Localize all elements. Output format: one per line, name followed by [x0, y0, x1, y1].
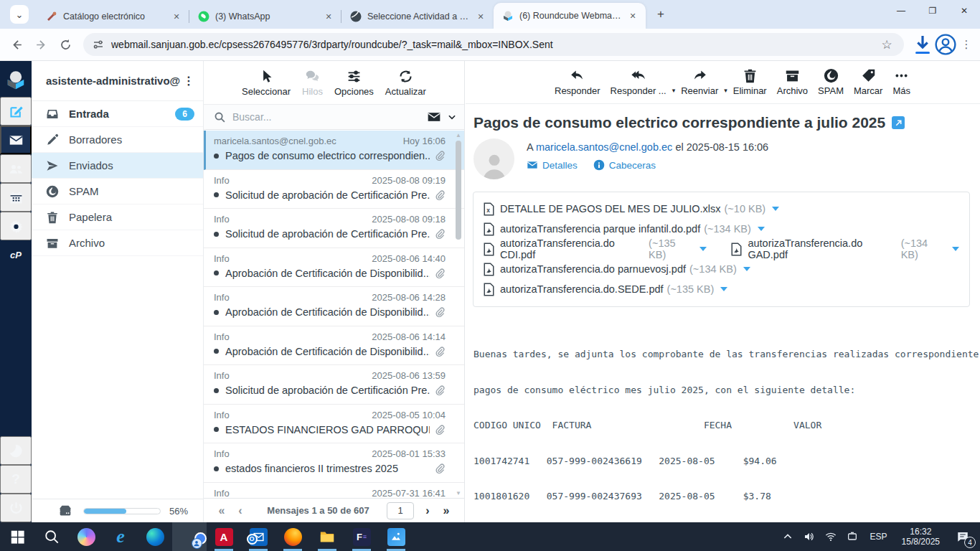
- next-page-button[interactable]: ›: [418, 504, 437, 517]
- message-row[interactable]: Info2025-08-06 13:59 Solicitud de aproba…: [204, 365, 464, 405]
- search-input[interactable]: [232, 111, 427, 123]
- attachment-menu-caret-icon[interactable]: [720, 287, 727, 291]
- cpanel-logo-icon[interactable]: cP: [0, 240, 32, 269]
- f-app-icon[interactable]: F≡: [344, 522, 379, 551]
- mark-button[interactable]: Marcar: [849, 67, 887, 98]
- select-button[interactable]: Seleccionar: [237, 67, 295, 98]
- refresh-icon[interactable]: [53, 32, 77, 57]
- attachment-menu-caret-icon[interactable]: [758, 227, 765, 231]
- list-scrollbar[interactable]: ▲ ▼: [455, 132, 462, 496]
- threads-button[interactable]: Hilos: [298, 67, 327, 98]
- calendar-icon[interactable]: [0, 183, 32, 212]
- archive-button[interactable]: Archivo: [773, 67, 812, 98]
- logout-power-icon[interactable]: [0, 494, 32, 522]
- page-number-input[interactable]: [387, 502, 414, 519]
- folder-archivo[interactable]: Archivo: [32, 230, 203, 256]
- message-row[interactable]: Info2025-08-05 10:04 ESTADOS FINANCIEROS…: [204, 405, 464, 444]
- outlook-icon[interactable]: O: [241, 522, 275, 551]
- account-menu-icon[interactable]: ⋮: [180, 74, 197, 88]
- tab-close-icon[interactable]: ✕: [627, 10, 639, 22]
- tab-whatsapp[interactable]: (3) WhatsApp ✕: [189, 4, 341, 29]
- folder-enviados[interactable]: Enviados: [32, 153, 203, 179]
- compose-icon[interactable]: [0, 97, 32, 126]
- attachment-menu-caret-icon[interactable]: [772, 207, 779, 211]
- attachment-item[interactable]: autorizaTransferencia.do GAD.pdf (~134 K…: [731, 237, 959, 260]
- help-icon[interactable]: ?: [0, 465, 32, 494]
- reply-all-caret-icon[interactable]: ▾: [672, 87, 676, 94]
- forward-button[interactable]: Reenviar: [677, 67, 722, 98]
- site-info-icon[interactable]: [92, 38, 105, 51]
- forward-caret-icon[interactable]: ▾: [724, 87, 727, 94]
- message-row[interactable]: Info2025-08-06 14:14 Aprobación de Certi…: [204, 326, 464, 366]
- taskbar-search-icon[interactable]: [34, 522, 69, 551]
- message-row[interactable]: Info2025-08-08 09:18 Solicitud de aproba…: [204, 209, 464, 248]
- open-in-new-window-icon[interactable]: [892, 116, 905, 129]
- attachment-item[interactable]: x DETALLE DE PAGOS DEL MES DE JULIO.xlsx…: [484, 202, 779, 216]
- acrobat-icon[interactable]: A: [207, 522, 241, 551]
- folder-borradores[interactable]: Borradores: [32, 127, 203, 153]
- copilot-icon[interactable]: [69, 522, 103, 551]
- tablet-mode-icon[interactable]: [843, 522, 862, 551]
- folder-spam[interactable]: SPAM: [32, 179, 203, 204]
- contacts-icon[interactable]: [0, 154, 32, 183]
- recipient-email-link[interactable]: maricela.santos@cnel.gob.ec: [536, 141, 672, 153]
- back-icon[interactable]: [4, 32, 29, 57]
- browser-menu-icon[interactable]: ⋮: [957, 33, 976, 56]
- profile-icon[interactable]: [934, 33, 957, 56]
- close-window-button[interactable]: ✕: [948, 0, 980, 22]
- new-tab-button[interactable]: +: [651, 5, 670, 24]
- message-row[interactable]: Info2025-08-06 14:40 Aprobación de Certi…: [204, 248, 464, 288]
- tab-catalogo[interactable]: Catálogo electrónico ✕: [37, 4, 189, 29]
- message-row[interactable]: maricela.santos@cnel.gob.ecHoy 16:06 Pag…: [204, 131, 464, 170]
- tab-close-icon[interactable]: ✕: [171, 11, 182, 22]
- attachment-menu-caret-icon[interactable]: [743, 267, 750, 271]
- options-button[interactable]: Opciones: [330, 67, 378, 98]
- restore-button[interactable]: ❐: [917, 0, 948, 22]
- internet-explorer-icon[interactable]: e: [103, 522, 138, 551]
- attachment-item[interactable]: autorizaTransferencia.do parnuevosj.pdf …: [484, 263, 750, 276]
- minimize-button[interactable]: —: [885, 0, 917, 22]
- message-row[interactable]: Info2025-08-08 09:19 Solicitud de aproba…: [204, 170, 464, 209]
- mail-icon[interactable]: [0, 126, 32, 154]
- downloads-icon[interactable]: [911, 33, 934, 56]
- tab-roundcube-active[interactable]: (6) Roundcube Webmail :: Envia ✕: [494, 3, 646, 29]
- file-explorer-icon[interactable]: [310, 522, 344, 551]
- headers-toggle[interactable]: Cabeceras: [593, 159, 656, 171]
- url-input[interactable]: [111, 39, 877, 50]
- clock[interactable]: 16:32 15/8/2025: [896, 522, 946, 551]
- message-row[interactable]: Info2025-07-31 16:41: [204, 483, 464, 499]
- chrome-icon[interactable]: [172, 522, 207, 551]
- first-page-button[interactable]: «: [212, 504, 231, 517]
- notification-center-icon[interactable]: 4: [948, 522, 977, 551]
- start-button-icon[interactable]: [0, 522, 34, 551]
- folder-papelera[interactable]: Papelera: [32, 204, 203, 230]
- folder-entrada[interactable]: Entrada 6: [32, 101, 203, 127]
- wifi-icon[interactable]: [821, 522, 840, 551]
- last-page-button[interactable]: »: [437, 504, 456, 517]
- details-toggle[interactable]: Detalles: [527, 159, 578, 171]
- delete-button[interactable]: Eliminar: [729, 67, 771, 98]
- message-row[interactable]: Info2025-08-01 15:33 estados financieros…: [204, 443, 464, 483]
- tab-actividad[interactable]: Seleccione Actividad a modific ✕: [341, 4, 494, 29]
- scrollbar-thumb[interactable]: [456, 141, 461, 240]
- attachment-menu-caret-icon[interactable]: [699, 247, 707, 251]
- search-options-chevron-icon[interactable]: [441, 112, 457, 122]
- scroll-up-icon[interactable]: ▲: [455, 132, 462, 138]
- language-indicator[interactable]: ESP: [864, 522, 893, 551]
- spam-button[interactable]: SPAM: [814, 67, 848, 98]
- prev-page-button[interactable]: ‹: [231, 504, 250, 517]
- tab-search-button[interactable]: ⌄: [10, 5, 29, 24]
- edge-icon[interactable]: [138, 522, 172, 551]
- photos-icon[interactable]: [379, 522, 413, 551]
- settings-gear-icon[interactable]: [0, 212, 32, 240]
- omnibox[interactable]: ☆: [83, 33, 904, 56]
- more-button[interactable]: Más: [888, 67, 915, 98]
- volume-icon[interactable]: [800, 522, 819, 551]
- attachment-menu-caret-icon[interactable]: [952, 247, 959, 251]
- reply-all-button[interactable]: Responder ...: [606, 67, 671, 98]
- tab-close-icon[interactable]: ✕: [323, 11, 334, 22]
- message-row[interactable]: Info2025-08-06 14:28 Aprobación de Certi…: [204, 287, 464, 326]
- firefox-icon[interactable]: [275, 522, 310, 551]
- refresh-list-button[interactable]: Actualizar: [381, 67, 430, 98]
- dark-mode-moon-icon[interactable]: [0, 436, 32, 465]
